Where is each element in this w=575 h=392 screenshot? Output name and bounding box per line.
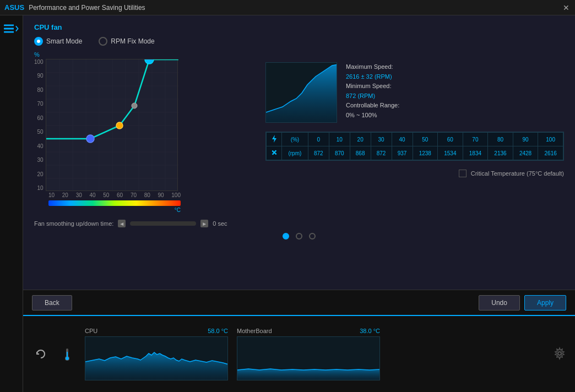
rpm-80: 2136	[488, 146, 513, 160]
critical-temp-label: Critical Temperature (75°C default)	[471, 170, 564, 177]
app-title: Performance and Power Saving Utilities	[29, 4, 562, 12]
apply-button[interactable]: Apply	[524, 295, 566, 311]
svg-marker-26	[272, 135, 276, 143]
cpu-label: CPU	[85, 328, 97, 334]
y-axis-label: %	[34, 51, 254, 58]
smart-mode-label: Smart Mode	[46, 37, 82, 45]
svg-point-24	[145, 59, 154, 64]
sidebar	[0, 15, 23, 392]
svg-marker-33	[237, 369, 380, 380]
max-speed-value: 2616 ± 32 (RPM)	[346, 72, 399, 82]
critical-temp-row: Critical Temperature (75°C default)	[265, 170, 564, 177]
cpu-value: 58.0 °C	[208, 328, 228, 334]
mb-graph-svg	[237, 337, 380, 380]
page-dot-3[interactable]	[309, 233, 316, 239]
rpm-10: 870	[329, 146, 350, 160]
smoothing-value: 0 sec	[213, 220, 227, 227]
rpm-0: 872	[308, 146, 329, 160]
y-70: 70	[37, 101, 44, 107]
speed-area-chart	[265, 62, 337, 123]
rpm-90: 2428	[513, 146, 538, 160]
pct-60: 60	[438, 133, 463, 146]
lightning-icon	[270, 134, 279, 143]
fan-curve-chart[interactable]	[46, 59, 178, 191]
svg-point-34	[558, 352, 561, 355]
svg-marker-32	[85, 352, 228, 380]
undo-button[interactable]: Undo	[479, 295, 520, 311]
smoothing-right-btn[interactable]: ►	[200, 220, 208, 227]
back-button[interactable]: Back	[32, 295, 72, 311]
page-dot-1[interactable]	[283, 233, 289, 239]
pct-20: 20	[350, 133, 371, 146]
section-title: CPU fan	[34, 23, 564, 31]
pct-70: 70	[463, 133, 488, 146]
chart-svg	[46, 59, 178, 192]
svg-rect-0	[4, 25, 14, 26]
y-100: 100	[34, 59, 44, 65]
x-unit-label: °C	[48, 207, 181, 213]
pct-0: 0	[308, 133, 329, 146]
y-90: 90	[37, 73, 44, 79]
temperature-color-bar	[48, 200, 181, 206]
rpm-unit: (rpm)	[282, 146, 308, 160]
svg-rect-2	[4, 31, 14, 33]
mode-selection-row: Smart Mode RPM Fix Mode	[34, 37, 564, 46]
smoothing-slider[interactable]	[130, 221, 196, 226]
smart-mode-option[interactable]: Smart Mode	[34, 37, 82, 46]
main-container: CPU fan Smart Mode RPM Fix Mode %	[0, 15, 575, 392]
pct-90: 90	[513, 133, 538, 146]
percent-icon-cell	[267, 133, 282, 146]
smoothing-label: Fan smoothing up/down time:	[34, 220, 113, 227]
min-speed-value: 872 (RPM)	[346, 91, 399, 101]
rpm-table: (%) 0 10 20 30 40 50 60 70 80 90	[265, 132, 564, 161]
pct-40: 40	[392, 133, 413, 146]
page-dot-2[interactable]	[296, 233, 302, 239]
y-axis: 100 90 80 70 60 50 40 30 20 10	[34, 59, 46, 191]
rpm-100: 2616	[538, 146, 563, 160]
svg-point-23	[132, 103, 137, 108]
rpm-fix-mode-option[interactable]: RPM Fix Mode	[99, 37, 154, 46]
undo-svg-icon	[35, 348, 47, 360]
mb-label: MotherBoard	[237, 328, 272, 334]
pct-30: 30	[371, 133, 392, 146]
critical-temp-checkbox[interactable]	[459, 170, 466, 177]
settings-icon[interactable]	[553, 347, 566, 362]
mb-mini-graph	[237, 336, 380, 380]
rpm-20: 868	[350, 146, 371, 160]
chart-container: % 100 90 80 70 60 50 40 30 20	[34, 51, 254, 227]
percent-row: (%) 0 10 20 30 40 50 60 70 80 90	[267, 133, 563, 146]
cpu-mini-graph	[85, 336, 228, 380]
y-40: 40	[37, 143, 44, 149]
mb-temp-header: MotherBoard 38.0 °C	[237, 328, 380, 334]
smoothing-left-btn[interactable]: ◄	[118, 220, 126, 227]
rpm-row: (rpm) 872 870 868 872 937 1238 1534 1834…	[267, 146, 563, 160]
mb-value: 38.0 °C	[360, 328, 380, 334]
svg-point-21	[86, 135, 94, 143]
y-80: 80	[37, 87, 44, 93]
chart-wrapper: 100 90 80 70 60 50 40 30 20 10	[34, 59, 254, 191]
rpm-fix-mode-radio[interactable]	[99, 37, 107, 46]
smart-mode-radio[interactable]	[34, 37, 43, 46]
y-50: 50	[37, 129, 44, 135]
rpm-50: 1238	[413, 146, 438, 160]
cpu-graph-svg	[85, 337, 228, 380]
close-button[interactable]: ✕	[562, 3, 571, 12]
pct-100: 100	[538, 133, 563, 146]
thermometer-icon	[58, 345, 76, 363]
sidebar-menu-icon[interactable]	[4, 21, 19, 36]
motherboard-temp-section: MotherBoard 38.0 °C	[237, 328, 380, 380]
pct-80: 80	[488, 133, 513, 146]
min-speed-label: Minimum Speed:	[346, 81, 399, 91]
rpm-60: 1534	[438, 146, 463, 160]
bottom-bar: CPU 58.0 °C	[23, 315, 575, 392]
max-speed-label: Maximum Speed:	[346, 62, 399, 72]
rpm-40: 937	[392, 146, 413, 160]
top-panel: CPU fan Smart Mode RPM Fix Mode %	[23, 15, 575, 290]
fan-icon	[270, 148, 279, 157]
range-value: 0% ~ 100%	[346, 111, 399, 121]
bottom-undo-icon[interactable]	[32, 345, 50, 363]
asus-logo: ASUS	[4, 3, 24, 12]
speed-info: Maximum Speed: 2616 ± 32 (RPM) Minimum S…	[346, 62, 399, 121]
smoothing-row: Fan smoothing up/down time: ◄ ► 0 sec	[34, 220, 254, 227]
content-row: % 100 90 80 70 60 50 40 30 20	[34, 51, 564, 227]
